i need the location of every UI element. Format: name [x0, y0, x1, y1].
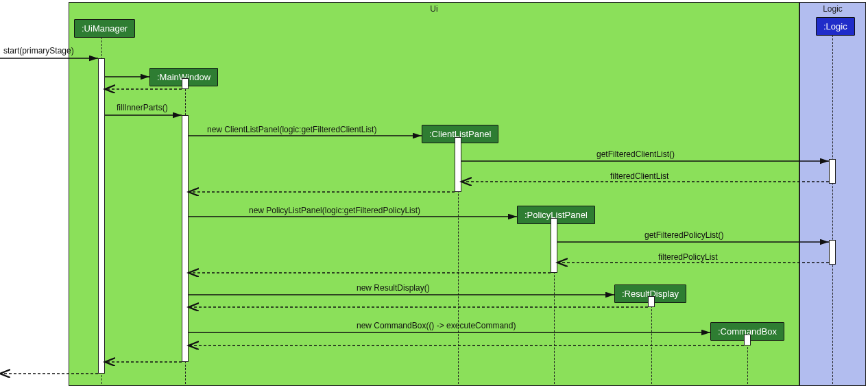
ui-frame-label: Ui — [430, 4, 437, 14]
participant-label: :Logic — [823, 21, 847, 32]
activation-mainwindow-2 — [182, 115, 189, 362]
lifeline-commandbox — [747, 340, 748, 384]
msg-newcommandbox: new CommandBox(() -> executeCommand) — [357, 321, 516, 330]
msg-fillinnerparts: fillInnerParts() — [117, 103, 168, 112]
participant-label: :UiManager — [82, 23, 128, 34]
msg-start: start(primaryStage) — [3, 46, 74, 56]
msg-getfilteredclientlist: getFilteredClientList() — [596, 149, 675, 159]
activation-logic-1 — [829, 159, 836, 184]
activation-resultdisplay — [648, 296, 655, 307]
lifeline-logic — [832, 35, 833, 384]
msg-getfilteredpolicylist: getFilteredPolicyList() — [644, 230, 723, 240]
activation-clientlistpanel — [455, 137, 461, 192]
msg-filteredclientlist: filteredClientList — [610, 171, 668, 181]
participant-uimanager: :UiManager — [74, 19, 135, 38]
msg-newresultdisplay: new ResultDisplay() — [357, 283, 430, 293]
activation-logic-2 — [829, 240, 836, 265]
participant-logic: :Logic — [816, 17, 855, 36]
msg-filteredpolicylist: filteredPolicyList — [658, 252, 718, 262]
logic-frame-label: Logic — [823, 4, 843, 14]
msg-newclientlistpanel: new ClientListPanel(logic:getFilteredCli… — [207, 125, 376, 134]
activation-uimanager — [98, 58, 105, 374]
activation-commandbox — [744, 335, 751, 345]
msg-newpolicylistpanel: new PolicyListPanel(logic:getFilteredPol… — [249, 206, 420, 215]
activation-policylistpanel — [551, 218, 557, 273]
lifeline-resultdisplay — [651, 302, 652, 384]
activation-mainwindow-1 — [182, 78, 189, 89]
